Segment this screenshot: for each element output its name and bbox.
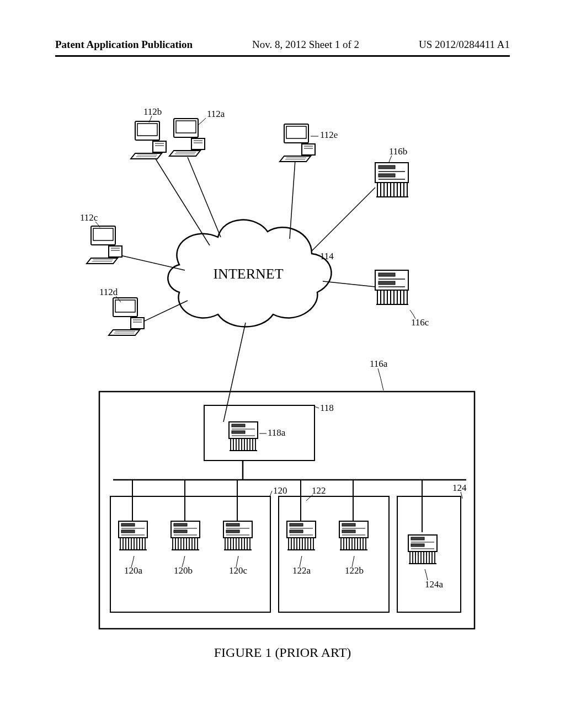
ref-116c: 116c (411, 317, 429, 328)
ref-122b: 122b (345, 565, 364, 576)
ref-112d: 112d (99, 287, 118, 297)
link-line (290, 160, 295, 239)
ref-112b: 112b (143, 106, 162, 117)
computer-icon (280, 124, 315, 162)
server-icon (119, 521, 147, 550)
server-icon (375, 163, 408, 197)
datacenter-box (99, 392, 475, 629)
computer-icon (131, 121, 166, 159)
date-sheet: Nov. 8, 2012 Sheet 1 of 2 (252, 39, 359, 51)
ref-118a: 118a (268, 427, 286, 438)
ref-116b: 116b (389, 146, 407, 157)
tier2-box-122 (279, 496, 389, 612)
leader-line (199, 118, 206, 125)
ref-120c: 120c (229, 565, 248, 576)
ref-124a: 124a (425, 579, 444, 590)
figure-caption: FIGURE 1 (PRIOR ART) (0, 645, 565, 660)
figure-1: INTERNET 112b 112a (69, 105, 494, 640)
leader-line (378, 368, 383, 390)
link-line (312, 188, 375, 251)
server-icon (375, 270, 408, 304)
link-line (323, 281, 375, 287)
pub-type: Patent Application Publication (55, 39, 193, 51)
diagram-svg: INTERNET 112b 112a (69, 105, 494, 640)
ref-124: 124 (452, 483, 467, 493)
link-line (223, 323, 246, 422)
ref-122: 122 (312, 485, 326, 496)
tier2-box-120 (110, 496, 270, 612)
ref-114: 114 (320, 251, 334, 261)
header-rule (55, 55, 510, 57)
server-icon (229, 422, 258, 451)
leader-line (425, 569, 428, 580)
link-line (154, 157, 210, 245)
server-icon (408, 535, 437, 564)
ref-116a: 116a (370, 358, 388, 369)
ref-120b: 120b (174, 565, 193, 576)
ref-112a: 112a (207, 109, 225, 119)
server-icon (339, 521, 368, 550)
server-icon (287, 521, 316, 550)
ref-122a: 122a (292, 565, 311, 576)
server-icon (171, 521, 200, 550)
server-icon (223, 521, 252, 550)
ref-112c: 112c (80, 212, 98, 223)
computer-icon (87, 226, 122, 264)
leader-line (306, 495, 313, 501)
tier1-box (204, 405, 315, 461)
link-line (188, 157, 221, 237)
cloud-label: INTERNET (213, 266, 283, 282)
pub-number: US 2012/0284411 A1 (419, 39, 510, 51)
page-header: Patent Application Publication Nov. 8, 2… (55, 39, 510, 51)
ref-118: 118 (320, 403, 334, 413)
ref-120: 120 (273, 485, 287, 496)
leader-line (270, 491, 272, 496)
ref-112e: 112e (320, 130, 338, 140)
ref-120a: 120a (124, 565, 143, 576)
link-line (113, 254, 185, 270)
computer-icon (109, 298, 144, 335)
